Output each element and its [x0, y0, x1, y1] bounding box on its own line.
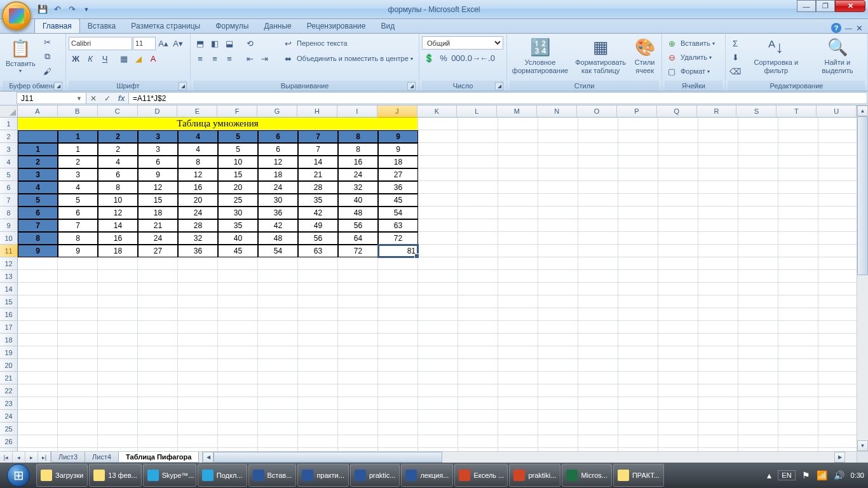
cell[interactable] [658, 118, 698, 130]
cell[interactable] [818, 143, 858, 156]
ribbon-min-icon[interactable]: — [845, 24, 852, 32]
cell[interactable] [498, 168, 538, 181]
cell[interactable] [178, 435, 218, 448]
cell[interactable] [258, 283, 298, 295]
cell[interactable] [418, 346, 458, 359]
cell[interactable] [498, 232, 538, 245]
cell[interactable] [818, 130, 858, 143]
row-header[interactable]: 19 [0, 346, 18, 359]
copy-button[interactable]: ⧉ [41, 50, 55, 64]
cell[interactable] [458, 435, 498, 448]
cell[interactable] [338, 410, 378, 423]
cell[interactable] [698, 207, 738, 219]
cell[interactable] [498, 118, 538, 130]
col-header[interactable]: H [297, 105, 337, 118]
cell[interactable]: 1 [58, 130, 98, 143]
cell[interactable] [58, 346, 98, 359]
row-header[interactable]: 6 [0, 181, 18, 194]
cell[interactable]: 1 [58, 143, 98, 156]
cell[interactable] [298, 257, 338, 270]
col-header[interactable]: J [377, 105, 417, 118]
cell[interactable] [218, 372, 258, 384]
taskbar-item[interactable]: Подкл... [198, 464, 247, 487]
cell[interactable] [58, 283, 98, 295]
cell[interactable] [298, 283, 338, 295]
cell[interactable] [538, 308, 578, 321]
cell[interactable] [578, 346, 618, 359]
sort-filter-button[interactable]: ᴬ↓Сортировка и фильтр [744, 35, 808, 78]
row-header[interactable]: 8 [0, 207, 18, 219]
cell[interactable] [58, 423, 98, 435]
cell[interactable] [818, 384, 858, 397]
col-header[interactable]: E [177, 105, 217, 118]
cell[interactable] [818, 321, 858, 334]
cell[interactable] [218, 295, 258, 308]
cell[interactable] [418, 283, 458, 295]
cell[interactable] [458, 257, 498, 270]
cell[interactable] [58, 410, 98, 423]
cell[interactable] [778, 130, 818, 143]
cell[interactable] [698, 295, 738, 308]
row-header[interactable]: 14 [0, 283, 18, 295]
cell[interactable] [538, 384, 578, 397]
cell[interactable]: 63 [378, 219, 418, 232]
cell[interactable]: 15 [138, 194, 178, 207]
cell[interactable] [578, 423, 618, 435]
cell[interactable] [538, 359, 578, 372]
column-headers[interactable]: ABCDEFGHIJKLMNOPQRSTU [18, 105, 857, 118]
taskbar-item[interactable]: ПРАКТ... [613, 464, 664, 487]
cell[interactable] [578, 194, 618, 207]
sheet-tab[interactable]: Лист3 [51, 452, 85, 463]
cell[interactable] [178, 359, 218, 372]
maximize-button[interactable]: ❐ [816, 0, 835, 12]
col-header[interactable]: K [417, 105, 458, 118]
cell[interactable] [498, 207, 538, 219]
cell[interactable]: 2 [58, 156, 98, 168]
cell[interactable] [658, 334, 698, 346]
row-header[interactable]: 7 [0, 194, 18, 207]
cell[interactable] [338, 372, 378, 384]
cell[interactable] [818, 219, 858, 232]
cell[interactable] [578, 118, 618, 130]
cut-button[interactable]: ✂ [41, 35, 55, 49]
cell[interactable] [458, 181, 498, 194]
cell[interactable] [98, 397, 138, 410]
cell[interactable] [698, 435, 738, 448]
wrap-text-button[interactable]: ↩ [281, 36, 295, 50]
cell[interactable] [138, 283, 178, 295]
cell[interactable] [498, 270, 538, 283]
cell[interactable]: 48 [258, 232, 298, 245]
row-header[interactable]: 17 [0, 321, 18, 334]
cell[interactable] [178, 346, 218, 359]
taskbar-item[interactable]: praktic... [350, 464, 400, 487]
cell[interactable] [498, 346, 538, 359]
cell[interactable] [578, 359, 618, 372]
cell[interactable] [98, 283, 138, 295]
row-header[interactable]: 16 [0, 308, 18, 321]
cell[interactable] [138, 410, 178, 423]
cell[interactable]: 4 [98, 156, 138, 168]
cell[interactable] [778, 232, 818, 245]
cell[interactable] [178, 397, 218, 410]
cell[interactable] [618, 168, 658, 181]
cell[interactable] [498, 219, 538, 232]
cell[interactable] [578, 321, 618, 334]
cell[interactable] [698, 384, 738, 397]
volume-icon[interactable]: 🔊 [834, 470, 844, 480]
cell[interactable] [538, 232, 578, 245]
row-header[interactable]: 24 [0, 410, 18, 423]
cell[interactable]: 16 [98, 232, 138, 245]
cell[interactable]: 64 [338, 232, 378, 245]
cell[interactable] [658, 321, 698, 334]
cell[interactable]: 35 [298, 194, 338, 207]
cell[interactable] [538, 435, 578, 448]
cell[interactable]: 81 [378, 245, 418, 257]
cell[interactable] [418, 245, 458, 257]
cell[interactable]: 14 [298, 156, 338, 168]
delete-cells-button[interactable]: ⊖Удалить▾ [665, 50, 712, 64]
cell[interactable] [618, 181, 658, 194]
cell[interactable]: 30 [218, 207, 258, 219]
cell[interactable]: 16 [178, 181, 218, 194]
cell[interactable] [818, 283, 858, 295]
row-header[interactable]: 13 [0, 270, 18, 283]
